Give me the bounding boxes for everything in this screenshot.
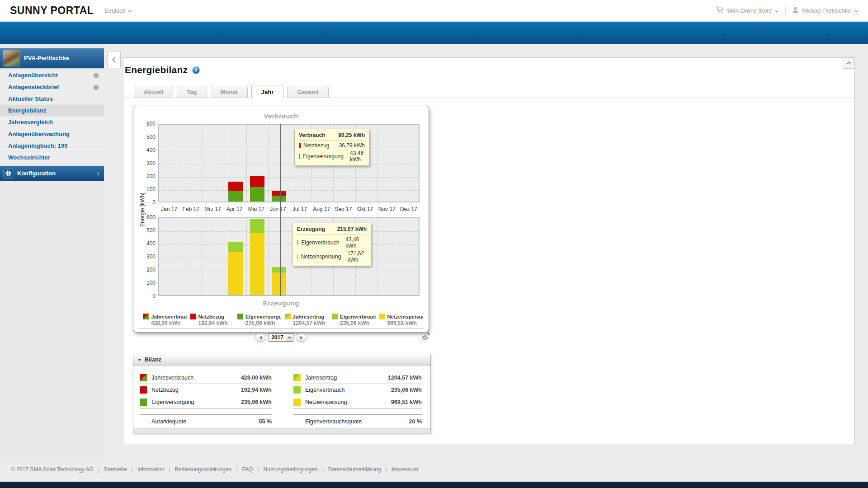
- x-axis-label: Sep 17: [332, 206, 354, 212]
- bilanz-swatch-jahresverbrauch: [140, 374, 147, 381]
- tooltip-row: Eigenversorgung43,46 kWh: [299, 150, 365, 163]
- chart-tooltip: Erzeugung215,07 kWhEigenverbrauch43,46 k…: [292, 223, 371, 266]
- legend-swatch-eigenverbrauch: [332, 314, 338, 319]
- tooltip-row-value: 43,46 kWh: [350, 150, 365, 163]
- plant-header[interactable]: PVA-Perlitschke: [0, 48, 104, 69]
- footer-link-bedienungsanleitungen[interactable]: Bedienungsanleitungen: [175, 466, 231, 473]
- y-axis-tick: 200: [139, 267, 156, 273]
- tab-jahr[interactable]: Jahr: [251, 85, 283, 98]
- tooltip-total: 80,25 kWh: [338, 132, 365, 138]
- page-footer: © 2017 SMA Solar Technology AG|Startseit…: [0, 462, 868, 473]
- language-label: Deutsch: [104, 8, 125, 14]
- bar-segment-eigenversorgung: [250, 187, 264, 202]
- legend-swatch-netzbezug: [190, 314, 196, 319]
- bilanz-swatch-eigenverbrauch: [293, 386, 301, 394]
- gridline: [159, 164, 419, 164]
- bilanz-row-label: Eigenverbrauch: [305, 387, 387, 393]
- legend-item: Jahresertrag1204,57 kWh: [281, 312, 329, 328]
- sidebar-menu: AnlagenübersichtAnlagensteckbriefAktuell…: [0, 70, 104, 164]
- chevron-down-icon: [128, 8, 132, 14]
- sidebar-item-energiebilanz[interactable]: Energiebilanz: [0, 105, 104, 116]
- x-axis-label: Dez 17: [398, 206, 420, 212]
- legend-item: Netzbezug192,94 kWh: [187, 312, 234, 328]
- bar-segment-eigenverbrauch: [272, 267, 286, 273]
- sidebar-item-label: Wechselrichter: [8, 154, 50, 161]
- x-axis-label: Mrz 17: [202, 206, 223, 212]
- sidebar-item-anlagensteckbrief[interactable]: Anlagensteckbrief: [0, 81, 104, 93]
- sidebar-item-wechselrichter[interactable]: Wechselrichter: [0, 152, 104, 163]
- bilanz-header[interactable]: Bilanz: [133, 354, 430, 366]
- bilanz-row-value: 969,51 kWh: [391, 399, 422, 405]
- sidebar-item-konfiguration[interactable]: Konfiguration ›: [0, 166, 104, 181]
- globe-icon: [93, 84, 99, 90]
- series-swatch: [297, 240, 298, 245]
- footer-link-datenschutzerkl-rung[interactable]: Datenschutzerklärung: [328, 466, 381, 473]
- chevron-right-icon: ›: [97, 170, 99, 177]
- crosshair-line: [280, 124, 281, 296]
- legend-value: 235,06 kWh: [340, 320, 376, 326]
- brand-logo[interactable]: SUNNY PORTAL: [10, 5, 94, 17]
- bilanz-row-value: 235,06 kWh: [241, 399, 272, 405]
- legend-value: 428,00 kWh: [151, 320, 187, 326]
- tooltip-row: Eigenverbrauch43,46 kWh: [297, 236, 367, 249]
- y-axis-tick: 500: [139, 134, 156, 140]
- footer-separator: |: [386, 466, 387, 473]
- tab-bar: AktuellTagMonatJahrGesamt: [123, 84, 854, 98]
- legend-label: Eigenverbrauch: [340, 314, 376, 319]
- sidebar-item-anlagen-berwachung[interactable]: Anlagenüberwachung: [0, 128, 104, 140]
- store-menu[interactable]: SMA Online Store: [716, 6, 779, 15]
- sidebar-item-label: Energiebilanz: [8, 107, 47, 114]
- footer-link-information[interactable]: Information: [137, 466, 165, 473]
- bar-segment-eigenversorgung: [228, 191, 243, 202]
- footer-link-impressum[interactable]: Impressum: [392, 466, 418, 473]
- tab-aktuell[interactable]: Aktuell: [134, 86, 173, 98]
- footer-separator: |: [98, 466, 99, 473]
- sidebar-item-aktueller-status[interactable]: Aktueller Status: [0, 93, 104, 104]
- bilanz-row: Eigenversorgung235,06 kWh: [140, 396, 272, 408]
- language-selector[interactable]: Deutsch: [104, 8, 132, 14]
- tooltip-row-value: 43,46 kWh: [345, 236, 367, 249]
- bilanz-right-column: Jahresertrag1204,57 kWhEigenverbrauch235…: [293, 372, 422, 425]
- footer-link-nutzungsbedingungen[interactable]: Nutzungsbedingungen: [264, 466, 318, 473]
- year-select[interactable]: 2017: [269, 333, 293, 342]
- top-header: SUNNY PORTAL Deutsch SMA Online Store Mi…: [0, 0, 868, 22]
- bilanz-quote-row: Autarkiequote55 %: [140, 414, 272, 425]
- sidebar-item-anlagenlogbuch-199[interactable]: Anlagenlogbuch: 199: [0, 140, 104, 151]
- footer-link-startseite[interactable]: Startseite: [104, 466, 127, 473]
- previous-year-button[interactable]: [255, 334, 266, 342]
- chart-settings-gear-icon[interactable]: [421, 333, 430, 342]
- legend-item: Netzeinspeisung969,51 kWh: [376, 312, 423, 328]
- user-icon: [792, 6, 799, 15]
- y-axis-tick: 200: [139, 173, 156, 179]
- tab-gesamt[interactable]: Gesamt: [287, 86, 329, 98]
- chart-legend: Jahresverbrauch428,00 kWhNetzbezug192,94…: [139, 312, 423, 328]
- sidebar-item-anlagen-bersicht[interactable]: Anlagenübersicht: [0, 70, 104, 81]
- legend-label: Netzbezug: [198, 314, 225, 319]
- tab-monat[interactable]: Monat: [211, 86, 248, 98]
- legend-value: 1204,57 kWh: [293, 320, 329, 326]
- sidebar-item-label: Anlagenüberwachung: [8, 131, 70, 137]
- bilanz-title: Bilanz: [145, 357, 161, 363]
- next-year-button[interactable]: [296, 334, 307, 342]
- footer-link-faq[interactable]: FAQ: [242, 466, 253, 473]
- user-menu[interactable]: Michael Perlitschke: [792, 6, 858, 15]
- tab-tag[interactable]: Tag: [177, 86, 207, 98]
- sidebar-item-label: Aktueller Status: [8, 95, 53, 102]
- legend-swatch-jahresertrag: [285, 314, 291, 319]
- legend-value: 192,94 kWh: [198, 320, 234, 326]
- y-axis-tick: 600: [139, 214, 156, 221]
- plant-name: PVA-Perlitschke: [24, 55, 69, 61]
- bilanz-row-label: Netzeinspeisung: [305, 399, 387, 405]
- bar-segment-netzbezug: [228, 182, 243, 191]
- bilanz-row-label: Jahresverbrauch: [151, 375, 236, 381]
- y-axis-tick: 400: [139, 147, 156, 153]
- y-axis-tick: 0: [139, 199, 156, 206]
- plot-verbrauch: [158, 124, 420, 202]
- scroll-top-button[interactable]: [843, 58, 854, 69]
- legend-label: Netzeinspeisung: [387, 314, 423, 319]
- help-icon[interactable]: ?: [192, 66, 200, 74]
- sidebar-item-jahresvergleich[interactable]: Jahresvergleich: [0, 117, 104, 128]
- bilanz-left-column: Jahresverbrauch428,00 kWhNetzbezug192,94…: [140, 372, 272, 425]
- sidebar-collapse-button[interactable]: [107, 51, 121, 68]
- legend-label: Eigenversorgung: [245, 314, 281, 319]
